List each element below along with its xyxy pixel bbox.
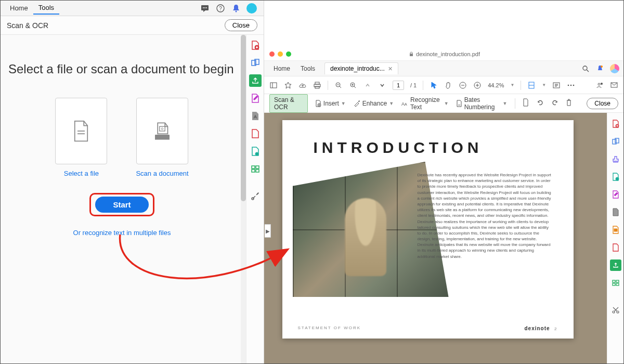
star-icon[interactable]: [284, 81, 292, 89]
svg-point-6: [236, 10, 237, 12]
scan-ocr-tab[interactable]: Scan & OCR: [269, 94, 308, 113]
document-viewport[interactable]: INTRODUCTION Dexinote has recently appro…: [264, 113, 607, 363]
svg-point-25: [601, 66, 603, 68]
protect-icon[interactable]: [249, 163, 262, 175]
zoom-out2-icon[interactable]: [459, 81, 467, 89]
doc-title: INTRODUCTION: [314, 139, 553, 157]
rr-stamp-icon[interactable]: [610, 153, 621, 165]
rr-measure-icon[interactable]: [610, 171, 621, 183]
zoom-level[interactable]: 44.2%: [488, 82, 504, 88]
rotate-ccw-icon[interactable]: [537, 99, 544, 108]
svg-rect-20: [252, 170, 255, 172]
avatar2[interactable]: [610, 64, 619, 73]
select-file-option[interactable]: Select a file: [55, 98, 107, 177]
bates-menu[interactable]: Bates Numbering▼: [456, 96, 508, 111]
recognize-multiple-link[interactable]: Or recognize text in multiple files: [8, 229, 236, 237]
next-page-icon[interactable]: [378, 81, 386, 89]
svg-rect-18: [252, 166, 255, 168]
rr-optimize-icon[interactable]: [610, 277, 621, 289]
right-app-window: dexinote_introduction.pdf Home Tools dex…: [264, 1, 623, 363]
read-mode-icon[interactable]: [552, 81, 561, 89]
user-avatar[interactable]: [246, 3, 257, 14]
rotate-cw-icon[interactable]: [551, 99, 558, 108]
scan-close-button[interactable]: Close: [587, 98, 618, 109]
scrollbar-thumb[interactable]: [241, 35, 246, 201]
cloud-icon[interactable]: [298, 81, 307, 89]
rr-share-icon[interactable]: [610, 259, 621, 271]
svg-point-47: [598, 83, 600, 85]
comment-icon[interactable]: [199, 3, 211, 14]
svg-rect-63: [616, 283, 619, 285]
prev-page-icon[interactable]: [363, 81, 372, 89]
crop-icon[interactable]: [522, 98, 529, 108]
close-tab-icon[interactable]: ✕: [388, 66, 393, 72]
doc-body-text: Dexinote has recently approved the Websi…: [418, 172, 553, 263]
svg-rect-23: [410, 54, 413, 56]
page-display-icon[interactable]: [527, 81, 536, 89]
svg-point-46: [573, 84, 575, 86]
export-icon[interactable]: A: [249, 110, 262, 122]
tab-bar: Home Tools dexinote_introduc... ✕: [264, 61, 623, 76]
selection-icon[interactable]: [430, 81, 438, 89]
rr-cut-icon[interactable]: [610, 304, 621, 316]
menu-tools[interactable]: Tools: [33, 2, 59, 15]
sign-icon[interactable]: [249, 145, 262, 158]
tab-tools[interactable]: Tools: [295, 63, 320, 74]
page-number-input[interactable]: [393, 81, 404, 90]
insert-menu[interactable]: Insert▼: [315, 100, 346, 107]
enhance-menu[interactable]: Enhance▼: [353, 100, 394, 107]
bell-icon[interactable]: [230, 3, 242, 14]
bell2-icon[interactable]: [595, 64, 605, 73]
close-button[interactable]: Close: [225, 19, 257, 31]
zoom-out-icon[interactable]: [334, 81, 343, 89]
zoom-in-icon[interactable]: [349, 81, 357, 89]
rr-edit-icon[interactable]: [610, 189, 621, 200]
macos-titlebar: dexinote_introduction.pdf: [264, 47, 623, 61]
search-icon[interactable]: [581, 64, 590, 73]
tab-home[interactable]: Home: [268, 63, 295, 74]
rr-comment-icon[interactable]: [610, 224, 621, 236]
scrollbar-track[interactable]: [241, 35, 246, 363]
hand-icon[interactable]: [444, 81, 452, 89]
sidebar-toggle-icon[interactable]: [269, 81, 278, 89]
start-highlight-annotation: Start: [89, 193, 154, 216]
collapse-left-icon[interactable]: ▶: [265, 224, 271, 238]
svg-point-17: [255, 152, 258, 155]
scan-document-option[interactable]: Scan a document: [136, 98, 188, 177]
more-icon[interactable]: [567, 81, 575, 89]
menu-home[interactable]: Home: [5, 2, 33, 14]
rr-combine-icon[interactable]: [610, 136, 621, 147]
delete-icon[interactable]: [566, 99, 572, 108]
svg-text:?: ?: [219, 6, 222, 11]
svg-rect-19: [256, 166, 259, 168]
right-tool-rail: A: [246, 35, 264, 363]
mail-icon[interactable]: [610, 81, 618, 89]
edit-icon[interactable]: [249, 92, 262, 105]
combine-icon[interactable]: [249, 57, 262, 69]
svg-point-48: [601, 83, 603, 85]
share2-icon[interactable]: [595, 81, 604, 89]
start-button[interactable]: Start: [95, 197, 148, 213]
rr-export-icon[interactable]: [610, 206, 621, 218]
tool-name-label: Scan & OCR: [7, 21, 48, 30]
print-icon[interactable]: [313, 81, 321, 89]
document-tab[interactable]: dexinote_introduc... ✕: [324, 62, 398, 74]
document-page: INTRODUCTION Dexinote has recently appro…: [282, 120, 574, 339]
traffic-lights[interactable]: [269, 51, 291, 57]
help-icon[interactable]: ?: [215, 3, 226, 14]
share-icon[interactable]: [249, 74, 262, 87]
rr-create-icon[interactable]: [610, 118, 621, 129]
doc-brand: dexinote: [524, 326, 550, 331]
rr-organize-icon[interactable]: [610, 242, 621, 253]
recognize-text-menu[interactable]: AARecognize Text▼: [401, 96, 449, 111]
create-pdf-icon[interactable]: [249, 39, 262, 51]
svg-rect-9: [160, 126, 165, 131]
svg-text:A: A: [405, 102, 407, 106]
more-tools-icon[interactable]: [249, 190, 262, 202]
document-tab-label: dexinote_introduc...: [330, 65, 385, 72]
svg-rect-61: [616, 280, 619, 282]
page-heading: Select a file or scan a document to begi…: [8, 61, 236, 77]
zoom-in2-icon[interactable]: [473, 81, 482, 89]
select-file-label: Select a file: [64, 170, 99, 177]
organize-icon[interactable]: [249, 127, 262, 140]
